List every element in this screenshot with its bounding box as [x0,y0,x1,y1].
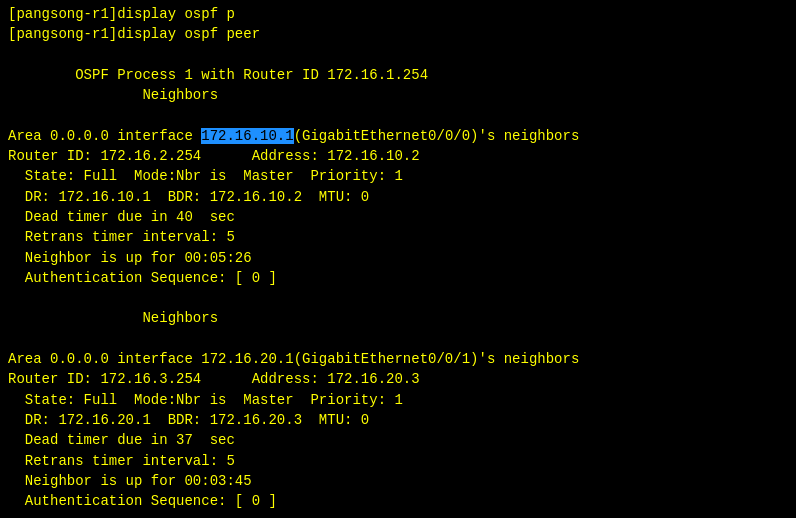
line-dead2: Dead timer due in 37 sec [8,430,788,450]
line-blank5 [8,511,788,518]
line-blank1 [8,45,788,65]
line-cmd2: [pangsong-r1]display ospf peer [8,24,788,44]
line-neighbors1: Neighbors [8,85,788,105]
line-blank3 [8,288,788,308]
line-blank4 [8,329,788,349]
line-dr1: DR: 172.16.10.1 BDR: 172.16.10.2 MTU: 0 [8,187,788,207]
line-router1: Router ID: 172.16.2.254 Address: 172.16.… [8,146,788,166]
line-dr2: DR: 172.16.20.1 BDR: 172.16.20.3 MTU: 0 [8,410,788,430]
line-neighbor2: Neighbor is up for 00:03:45 [8,471,788,491]
line-neighbors2: Neighbors [8,308,788,328]
line-auth1: Authentication Sequence: [ 0 ] [8,268,788,288]
area1-before: Area 0.0.0.0 interface [8,128,201,144]
area1-after: (GigabitEthernet0/0/0)'s neighbors [294,128,580,144]
line-dead1: Dead timer due in 40 sec [8,207,788,227]
line-state2: State: Full Mode:Nbr is Master Priority:… [8,390,788,410]
terminal-window: [pangsong-r1]display ospf p [pangsong-r1… [8,4,788,518]
line-router2: Router ID: 172.16.3.254 Address: 172.16.… [8,369,788,389]
line-retrans1: Retrans timer interval: 5 [8,227,788,247]
line-area2: Area 0.0.0.0 interface 172.16.20.1(Gigab… [8,349,788,369]
line-retrans2: Retrans timer interval: 5 [8,451,788,471]
area1-highlight: 172.16.10.1 [201,128,293,144]
line-ospf-process: OSPF Process 1 with Router ID 172.16.1.2… [8,65,788,85]
line-neighbor1: Neighbor is up for 00:05:26 [8,248,788,268]
line-area1: Area 0.0.0.0 interface 172.16.10.1(Gigab… [8,126,788,146]
line-blank2 [8,105,788,125]
line-state1: State: Full Mode:Nbr is Master Priority:… [8,166,788,186]
line-auth2: Authentication Sequence: [ 0 ] [8,491,788,511]
line-cmd1: [pangsong-r1]display ospf p [8,4,788,24]
